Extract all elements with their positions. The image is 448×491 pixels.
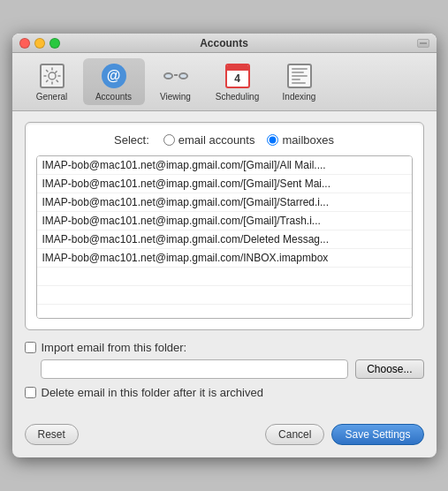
radio-mailboxes-label[interactable]: mailboxes <box>282 133 334 147</box>
toolbar-label-viewing: Viewing <box>160 92 191 102</box>
import-field[interactable] <box>41 359 349 379</box>
window-title: Accounts <box>200 37 248 49</box>
delete-checkbox-row: Delete email in this folder after it is … <box>25 386 424 399</box>
delete-checkbox[interactable] <box>25 387 36 398</box>
window-minimize-btn[interactable] <box>417 39 429 48</box>
toolbar-label-scheduling: Scheduling <box>216 92 259 102</box>
list-item[interactable]: IMAP-bob@mac101.net@imap.gmail.com/[Gmai… <box>37 156 412 175</box>
toolbar-label-indexing: Indexing <box>283 92 316 102</box>
bottom-bar: Reset Cancel Save Settings <box>12 415 437 457</box>
choose-button[interactable]: Choose... <box>355 359 423 379</box>
options-section: Import email from this folder: Choose...… <box>25 341 424 399</box>
list-item[interactable]: IMAP-bob@mac101.net@imap.gmail.com/[Gmai… <box>37 212 412 230</box>
svg-point-1 <box>49 72 56 79</box>
import-row: Choose... <box>41 359 424 379</box>
maximize-button[interactable] <box>49 38 60 49</box>
toolbar-item-accounts[interactable]: @ Accounts <box>83 58 145 105</box>
accounts-icon: @ <box>100 62 128 90</box>
radio-email-label[interactable]: email accounts <box>178 133 255 147</box>
list-item-empty <box>37 305 412 319</box>
indexing-icon <box>285 62 314 90</box>
btn-group-right: Cancel Save Settings <box>265 424 423 445</box>
mailbox-list[interactable]: IMAP-bob@mac101.net@imap.gmail.com/[Gmai… <box>36 155 413 319</box>
reset-button[interactable]: Reset <box>25 424 79 445</box>
title-bar: Accounts <box>12 34 437 53</box>
traffic-lights <box>19 38 60 49</box>
cancel-button[interactable]: Cancel <box>265 424 324 445</box>
toolbar: General @ Accounts Viewing 4 <box>12 53 437 111</box>
content-area: Select: email accounts mailboxes IMAP-bo… <box>12 111 437 415</box>
import-checkbox-row: Import email from this folder: <box>25 341 424 354</box>
radio-email-accounts[interactable]: email accounts <box>163 133 255 147</box>
select-label: Select: <box>114 133 149 147</box>
radio-mailboxes-input[interactable] <box>267 134 278 146</box>
import-checkbox[interactable] <box>25 342 36 353</box>
radio-email-input[interactable] <box>163 134 175 146</box>
list-item[interactable]: IMAP-bob@mac101.net@imap.gmail.com/[Gmai… <box>37 175 412 193</box>
select-row: Select: email accounts mailboxes <box>36 133 413 147</box>
main-panel: Select: email accounts mailboxes IMAP-bo… <box>25 122 424 330</box>
toolbar-item-general[interactable]: General <box>21 58 83 105</box>
list-item[interactable]: IMAP-bob@mac101.net@imap.gmail.com/[Gmai… <box>37 193 412 212</box>
save-button[interactable]: Save Settings <box>331 424 423 445</box>
radio-group: email accounts mailboxes <box>163 133 334 147</box>
viewing-icon <box>162 62 190 90</box>
toolbar-label-accounts: Accounts <box>95 92 132 102</box>
minimize-button[interactable] <box>34 38 45 49</box>
list-item[interactable]: IMAP-bob@mac101.net@imap.gmail.com/Delet… <box>37 230 412 249</box>
toolbar-item-indexing[interactable]: Indexing <box>269 58 330 105</box>
scheduling-icon: 4 <box>224 62 252 90</box>
toolbar-label-general: General <box>36 92 68 102</box>
list-item-empty <box>37 268 412 286</box>
list-item[interactable]: IMAP-bob@mac101.net@imap.gmail.com/INBOX… <box>37 249 412 268</box>
list-item-empty <box>37 286 412 305</box>
toolbar-item-viewing[interactable]: Viewing <box>145 58 207 105</box>
toolbar-item-scheduling[interactable]: 4 Scheduling <box>207 58 269 105</box>
close-button[interactable] <box>19 38 30 49</box>
delete-checkbox-label[interactable]: Delete email in this folder after it is … <box>42 386 263 399</box>
main-window: Accounts General @ Accounts <box>12 34 437 457</box>
import-checkbox-label[interactable]: Import email from this folder: <box>42 341 187 354</box>
general-icon <box>38 62 66 90</box>
radio-mailboxes[interactable]: mailboxes <box>267 133 334 147</box>
